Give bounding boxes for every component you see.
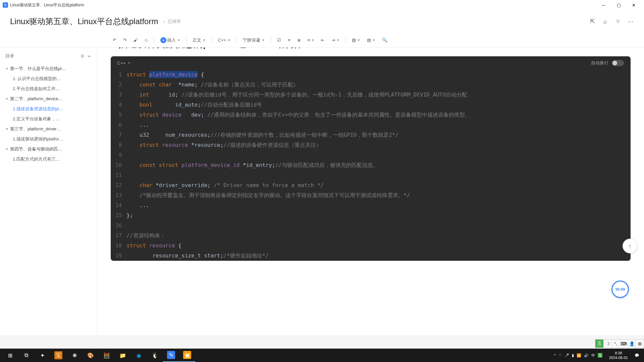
- outline-item[interactable]: ▼第一节、什么是平台总线pl…: [3, 64, 94, 74]
- separator: [271, 37, 271, 44]
- gear-icon[interactable]: ⚙: [80, 54, 85, 59]
- chevron-up-icon[interactable]: ^: [554, 353, 555, 357]
- share-icon[interactable]: ⇱: [589, 18, 596, 25]
- taskbar-app-1[interactable]: ✦: [34, 349, 50, 362]
- clear-format-button[interactable]: ◇: [143, 36, 150, 44]
- outline-item-label: 1.描述设备资源信息的pl…: [13, 106, 63, 112]
- taskbar-app-qq[interactable]: 🐧: [147, 349, 163, 362]
- outline-item[interactable]: 2.定义平台设备对象，…: [3, 114, 94, 124]
- indent-increase-button[interactable]: ⇥▼: [329, 36, 341, 44]
- redo-button[interactable]: ↷: [121, 36, 129, 44]
- outline-label: 目录: [5, 53, 77, 59]
- taskbar-app-calc[interactable]: 🧮: [99, 349, 115, 362]
- minimize-button[interactable]: ─: [596, 0, 611, 10]
- branch-icon[interactable]: ⑂: [614, 18, 621, 25]
- outline-item[interactable]: 1.描述设备资源信息的pl…: [3, 104, 94, 114]
- code-body[interactable]: 1 2 3 4 5 6 7 8 9 10 11 12 13 14 15 16 1…: [111, 70, 631, 261]
- lang-label: C++: [218, 38, 226, 43]
- separator: [345, 37, 346, 44]
- outline-item[interactable]: 2.平台总线是如何工作…: [3, 84, 94, 94]
- main-area: 目录 ⚙ ⇤ ▼第一节、什么是平台总线pl…1. 认识平台总线模型的…2.平台总…: [0, 48, 644, 335]
- code-content[interactable]: struct platform_device { const char *nam…: [126, 70, 477, 261]
- document-title[interactable]: Linux驱动第五章、Linux平台总线platform: [10, 16, 158, 27]
- code-block[interactable]: C++ ▼ 自动换行 1 2 3 4 5 6 7 8 9 10 11 12 13…: [111, 56, 631, 261]
- taskbar: ⊞ ⧉ ✦ 宝 ❋ 🎨 🧮 📁 ◉ 🐧 ✎ ▣ ^ 🛡 🎤 ▮ 📶 🔊 中 S …: [0, 349, 644, 362]
- outline-item[interactable]: ▼第四节、设备与驱动的匹…: [3, 144, 94, 154]
- scroll-top-button[interactable]: ↑: [623, 239, 637, 253]
- ime-keyboard-icon[interactable]: ⌨: [620, 340, 628, 348]
- chevron-down-icon: ▼: [203, 39, 206, 42]
- align-dropdown[interactable]: ≡▼: [306, 36, 317, 44]
- highlight-dropdown[interactable]: ▨▼: [350, 36, 362, 44]
- ordered-list-button[interactable]: ≣: [295, 36, 303, 44]
- outline-item[interactable]: 1.描述驱动逻辑的platfor…: [3, 134, 94, 144]
- battery-icon[interactable]: ▮: [572, 353, 574, 358]
- ime-moon-icon[interactable]: ☽: [603, 340, 611, 348]
- more-icon[interactable]: ⋯: [627, 18, 634, 25]
- taskbar-app-2[interactable]: 宝: [50, 349, 66, 362]
- paragraph-style-dropdown[interactable]: 正文 ▼: [191, 36, 208, 45]
- indent-decrease-button[interactable]: ⇤: [319, 36, 327, 44]
- block-dropdown[interactable]: ▤▼: [365, 36, 377, 44]
- taskbar-app-edge[interactable]: ◉: [131, 349, 147, 362]
- mic-icon[interactable]: 🎤: [565, 353, 569, 358]
- taskbar-app-paint[interactable]: 🎨: [83, 349, 99, 362]
- volume-icon[interactable]: 🔊: [584, 353, 589, 358]
- ime-punct-icon[interactable]: °,: [611, 340, 620, 348]
- start-button[interactable]: ⊞: [2, 349, 18, 362]
- ime-mode[interactable]: 五: [595, 340, 603, 348]
- outline-item-label: 1.描述驱动逻辑的platfor…: [13, 136, 63, 142]
- ime-grid-icon[interactable]: ⊞: [636, 340, 644, 348]
- outline-item[interactable]: 1.匹配方式的方式有三…: [3, 154, 94, 164]
- clock[interactable]: 8:38 2024-06-01: [606, 351, 631, 360]
- insert-button[interactable]: + 插入 ▼: [158, 36, 182, 45]
- ime-person-icon[interactable]: 👤: [628, 340, 636, 348]
- outline-item-label: 1. 认识平台总线模型的…: [13, 76, 61, 82]
- find-button[interactable]: 🔍: [380, 36, 389, 44]
- window-title: Linux驱动第五章、Linux平台总线platform: [10, 2, 596, 8]
- task-view-button[interactable]: ⧉: [18, 349, 34, 362]
- shield-icon[interactable]: 🛡: [558, 353, 562, 357]
- ime-indicator[interactable]: 五 ☽ °, ⌨ 👤 ⊞: [595, 339, 644, 348]
- outline-item[interactable]: ▼第二节、platform_device…: [3, 94, 94, 104]
- wifi-icon[interactable]: 📶: [577, 353, 581, 358]
- search-doc-icon[interactable]: ⌕: [602, 18, 608, 25]
- code-block-header: C++ ▼ 自动换行: [111, 56, 631, 70]
- window-titlebar: ✎ Linux驱动第五章、Linux平台总线platform ─ ▢ ✕: [0, 0, 644, 10]
- format-brush-button[interactable]: 🖌: [131, 36, 140, 44]
- bullet-list-button[interactable]: ≡: [286, 36, 292, 44]
- separator: [186, 37, 186, 44]
- recording-timer[interactable]: 05:09: [611, 281, 629, 298]
- taskbar-app-explorer[interactable]: 📁: [115, 349, 131, 362]
- section-heading[interactable]: 1.描述设备资源信息的platform_device结构体：: [111, 48, 631, 50]
- checkbox-button[interactable]: ☑: [275, 36, 283, 44]
- chevron-down-icon: ▼: [5, 67, 9, 70]
- time: 8:38: [609, 351, 628, 355]
- code-lang-dropdown[interactable]: C++ ▼: [216, 36, 233, 44]
- notifications-button[interactable]: 💬: [632, 349, 642, 362]
- content-area[interactable]: 1.描述设备资源信息的platform_device结构体： C++ ▼ 自动换…: [97, 48, 644, 335]
- collapse-icon[interactable]: ⇤: [88, 54, 92, 59]
- tray-icons[interactable]: ^ 🛡 🎤 ▮ 📶 🔊 中 S: [551, 353, 605, 358]
- document-actions: ⇱ ⌕ ⑂ ⋯: [589, 18, 634, 25]
- theme-dropdown[interactable]: 宁静深邃 ▼: [241, 36, 267, 45]
- code-lang-selector[interactable]: C++ ▼: [117, 61, 131, 66]
- ime-lang-icon[interactable]: 中: [591, 353, 595, 358]
- theme-label: 宁静深邃: [243, 37, 260, 43]
- close-button[interactable]: ✕: [626, 0, 641, 10]
- ime-status-icon[interactable]: S: [598, 353, 602, 358]
- taskbar-app-vmware[interactable]: ▣: [179, 349, 195, 362]
- outline-item-label: 第四节、设备与驱动的匹…: [10, 146, 62, 152]
- outline-list: ▼第一节、什么是平台总线pl…1. 认识平台总线模型的…2.平台总线是如何工作……: [3, 64, 94, 164]
- outline-item[interactable]: ▼第三节、platform_driver…: [3, 124, 94, 134]
- save-status-label: 已保存: [168, 18, 181, 24]
- outline-item-label: 第三节、platform_driver…: [10, 126, 61, 132]
- taskbar-app-3[interactable]: ❋: [66, 349, 83, 362]
- wrap-toggle[interactable]: [612, 60, 624, 66]
- chevron-down-icon: ▼: [5, 127, 9, 131]
- maximize-button[interactable]: ▢: [611, 0, 626, 10]
- outline-item[interactable]: 1. 认识平台总线模型的…: [3, 74, 94, 84]
- taskbar-app-current[interactable]: ✎: [163, 349, 179, 362]
- insert-label: 插入: [167, 37, 176, 43]
- undo-button[interactable]: ↶: [111, 36, 118, 44]
